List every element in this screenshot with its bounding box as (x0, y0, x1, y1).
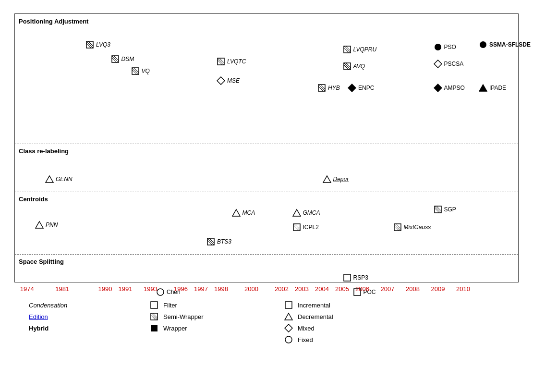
section-label: Positioning Adjustment (19, 18, 88, 25)
datapoint-lvqtc: LVQTC (217, 57, 246, 66)
year-tick: 1991 (119, 285, 133, 293)
circle-filled-icon (434, 43, 442, 51)
square-open-legend-icon-2 (283, 301, 294, 309)
legend-col-3: Incremental Decremental Mixed Fixed (283, 301, 418, 344)
svg-marker-16 (217, 77, 225, 85)
year-tick: 1993 (144, 285, 157, 293)
year-tick: 1974 (20, 285, 34, 293)
datapoint-depur: Depur (323, 175, 349, 184)
page-title (0, 0, 533, 13)
svg-marker-34 (479, 85, 487, 91)
dp-label-mixtgauss: MixtGauss (404, 224, 431, 231)
legend-item-incremental: Incremental (283, 301, 418, 309)
hatch-legend-icon (149, 312, 159, 321)
diamond-filled-icon (348, 84, 356, 92)
dp-label-rsp3: RSP3 (353, 274, 368, 281)
svg-marker-31 (434, 60, 442, 68)
legend-item-fixed: Fixed (283, 335, 418, 344)
diamond-open-legend-icon-2 (283, 324, 294, 332)
svg-marker-66 (285, 313, 292, 320)
section-label: Centroids (19, 196, 48, 203)
dp-label-ampso: AMPSO (444, 85, 465, 91)
hatch-icon (343, 62, 351, 71)
svg-marker-35 (46, 176, 53, 183)
year-tick: 2004 (315, 285, 329, 293)
svg-marker-38 (293, 209, 301, 216)
dp-label-pso: PSO (444, 44, 456, 50)
triangle-up-open-icon (323, 175, 331, 184)
year-tick: 2007 (381, 285, 395, 293)
year-tick: 2008 (406, 285, 420, 293)
svg-point-68 (285, 336, 292, 343)
section-divider (15, 254, 518, 255)
section-label: Class re-labeling (19, 147, 69, 155)
datapoint-rsp3: RSP3 (343, 273, 368, 282)
datapoint-pso: PSO (434, 43, 456, 51)
dp-label-lvqtc: LVQTC (227, 58, 246, 65)
svg-marker-36 (323, 176, 331, 183)
chart-area: Positioning AdjustmentClass re-labelingC… (14, 13, 519, 282)
svg-marker-29 (348, 84, 356, 92)
datapoint-hyb: HYB (317, 84, 340, 92)
dp-label-lvq3: LVQ3 (96, 41, 110, 48)
year-tick: 2005 (335, 285, 349, 293)
dp-label-pnn: PNN (46, 221, 58, 228)
svg-marker-32 (434, 84, 442, 92)
dp-label-mca: MCA (242, 209, 255, 216)
square-filled-legend-icon (149, 324, 159, 332)
hatch-icon (292, 223, 301, 232)
edition-link[interactable]: Edition (29, 313, 48, 320)
square-open-icon (343, 273, 351, 282)
year-axis: 1974198119901991199319961997199820002002… (14, 282, 519, 296)
datapoint-icpl2: ICPL2 (292, 223, 319, 232)
diamond-open-icon (217, 76, 225, 85)
datapoint-avq: AVQ (343, 62, 365, 71)
dp-label-mse: MSE (227, 77, 240, 84)
svg-marker-67 (285, 324, 292, 332)
datapoint-mse: MSE (217, 76, 240, 85)
circle-open-legend-icon-2 (283, 335, 294, 344)
datapoint-lvq3: LVQ3 (85, 40, 110, 49)
triangle-up-open-icon (232, 208, 241, 217)
year-tick: 1981 (55, 285, 69, 293)
year-tick: 1996 (174, 285, 188, 293)
triangle-up-open-legend-icon-2 (283, 312, 294, 321)
datapoint-ipade: IPADE (479, 84, 506, 92)
dp-label-vq: VQ (142, 68, 150, 74)
hatch-icon (111, 55, 120, 63)
svg-rect-64 (151, 325, 157, 331)
diamond-filled-icon (434, 84, 442, 92)
hatch-icon (206, 237, 215, 246)
triangle-up-open-icon (35, 220, 44, 229)
dp-label-ipade: IPADE (489, 85, 506, 91)
hatch-icon (85, 40, 94, 49)
legend-item-semi-wrapper: Semi-Wrapper (149, 312, 283, 321)
dp-label-icpl2: ICPL2 (303, 224, 319, 231)
legend-item-wrapper: Wrapper (149, 324, 283, 332)
svg-point-33 (480, 41, 486, 48)
datapoint-enpc: ENPC (348, 84, 374, 92)
legend-col-2: Filter Semi-Wrapper Wrapper (149, 301, 283, 344)
dp-label-gmca: GMCA (303, 209, 320, 216)
legend-edition[interactable]: Edition (14, 312, 149, 321)
datapoint-bts3: BTS3 (206, 237, 231, 246)
datapoint-ssma-sflsde: SSMA-SFLSDE (479, 40, 531, 49)
datapoint-dsm: DSM (111, 55, 134, 63)
dp-label-dsm: DSM (121, 56, 134, 62)
year-tick: 2003 (295, 285, 309, 293)
svg-rect-56 (344, 274, 351, 281)
section-divider (15, 192, 518, 192)
datapoint-pnn: PNN (35, 220, 58, 229)
svg-rect-65 (285, 302, 292, 308)
hatch-icon (343, 45, 351, 54)
datapoint-pscsa: PSCSA (434, 60, 464, 68)
dp-label-sgp: SGP (444, 206, 456, 213)
datapoint-vq: VQ (131, 67, 150, 75)
year-tick: 2000 (244, 285, 258, 293)
svg-marker-43 (36, 221, 43, 228)
circle-filled-icon (479, 40, 487, 49)
datapoint-mixtgauss: MixtGauss (393, 223, 431, 232)
hatch-icon (131, 67, 140, 75)
dp-label-hyb: HYB (328, 85, 340, 91)
year-tick: 1998 (214, 285, 228, 293)
